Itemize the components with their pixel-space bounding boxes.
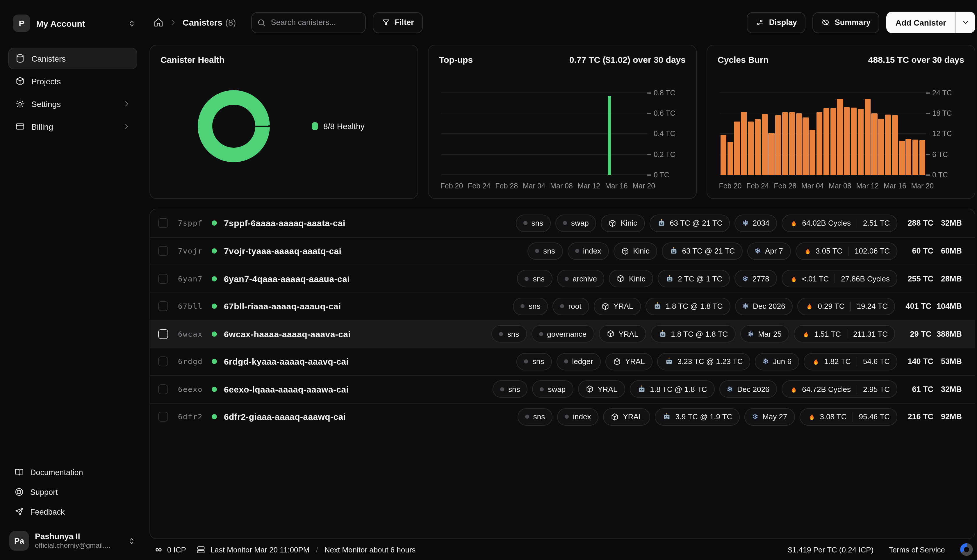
- project-pill[interactable]: YRAL: [599, 325, 646, 343]
- canister-id[interactable]: 7sppf-6aaaa-aaaaq-aaata-cai: [224, 218, 345, 228]
- freeze-pill[interactable]: ❄Dec 2026: [719, 381, 777, 398]
- canister-id[interactable]: 7vojr-tyaaa-aaaaq-aaatq-cai: [224, 246, 341, 256]
- project-pill[interactable]: Kinic: [609, 270, 653, 288]
- bar-feb-25[interactable]: [762, 114, 767, 175]
- tag-pill-index[interactable]: index: [567, 242, 609, 260]
- row-checkbox[interactable]: [158, 274, 168, 284]
- topup-rule-pill[interactable]: 63 TC @ 21 TC: [662, 242, 743, 260]
- burn-pill[interactable]: 1.51 TC211.31 TC: [794, 325, 895, 343]
- topup-rule-pill[interactable]: 1.8 TC @ 1.8 TC: [630, 381, 714, 398]
- bar-mar-12[interactable]: [864, 99, 870, 175]
- tag-pill-sns[interactable]: sns: [493, 381, 527, 398]
- project-pill[interactable]: YRAL: [603, 408, 650, 426]
- bar-mar-20[interactable]: [919, 140, 925, 175]
- tag-pill-swap[interactable]: swap: [555, 215, 596, 232]
- canister-id[interactable]: 67bll-riaaa-aaaaq-aaauq-cai: [224, 302, 341, 312]
- bar-mar-19[interactable]: [912, 140, 918, 175]
- tag-pill-sns[interactable]: sns: [528, 242, 563, 260]
- cycleops-logo[interactable]: [960, 543, 973, 556]
- topup-rule-pill[interactable]: 3.9 TC @ 1.9 TC: [655, 408, 740, 426]
- bar-feb-23[interactable]: [748, 121, 754, 175]
- freeze-pill[interactable]: ❄Dec 2026: [735, 298, 793, 315]
- terms-link[interactable]: Terms of Service: [889, 545, 945, 554]
- bar-mar-11[interactable]: [858, 109, 864, 175]
- sidebar-item-settings[interactable]: Settings: [8, 93, 137, 115]
- project-pill[interactable]: Kinic: [601, 215, 645, 232]
- row-checkbox[interactable]: [158, 329, 168, 339]
- add-canister-dropdown-button[interactable]: [955, 12, 975, 33]
- burn-pill[interactable]: 64.02B Cycles2.51 TC: [782, 215, 897, 232]
- project-pill[interactable]: YRAL: [578, 381, 625, 398]
- row-checkbox[interactable]: [158, 357, 168, 367]
- burn-pill[interactable]: 64.72B Cycles2.95 TC: [782, 381, 897, 398]
- row-checkbox[interactable]: [158, 412, 168, 422]
- burn-pill[interactable]: 3.05 TC102.06 TC: [795, 242, 897, 260]
- bar-mar-10[interactable]: [851, 108, 857, 175]
- burn-pill[interactable]: 3.08 TC95.46 TC: [799, 408, 897, 426]
- tag-pill-governance[interactable]: governance: [531, 325, 594, 343]
- canister-id[interactable]: 6yan7-4qaaa-aaaaq-aaaua-cai: [224, 274, 350, 284]
- sidebar-item-support[interactable]: Support: [8, 483, 137, 501]
- tag-pill-sns[interactable]: sns: [518, 408, 552, 426]
- canister-id[interactable]: 6wcax-haaaa-aaaaq-aaava-cai: [224, 329, 351, 339]
- sidebar-item-projects[interactable]: Projects: [8, 70, 137, 92]
- display-button[interactable]: Display: [747, 12, 806, 33]
- bar-feb-24[interactable]: [755, 119, 761, 175]
- sidebar-item-billing[interactable]: Billing: [8, 116, 137, 137]
- burn-pill[interactable]: <.01 TC27.86B Cycles: [782, 270, 897, 288]
- freeze-pill[interactable]: ❄Mar 25: [740, 325, 789, 343]
- tag-pill-sns[interactable]: sns: [516, 215, 551, 232]
- tag-pill-ledger[interactable]: ledger: [556, 353, 600, 370]
- tag-pill-sns[interactable]: sns: [517, 270, 552, 288]
- bar-feb-21[interactable]: [734, 122, 740, 175]
- bar-mar-07[interactable]: [830, 108, 836, 175]
- topup-rule-pill[interactable]: 2 TC @ 1 TC: [657, 270, 730, 288]
- canister-id[interactable]: 6eexo-lqaaa-aaaaq-aaawa-cai: [224, 384, 348, 394]
- project-pill[interactable]: Kinic: [613, 242, 657, 260]
- tag-pill-swap[interactable]: swap: [532, 381, 574, 398]
- filter-button[interactable]: Filter: [372, 12, 422, 33]
- topup-rule-pill[interactable]: 63 TC @ 21 TC: [649, 215, 730, 232]
- tag-pill-sns[interactable]: sns: [517, 353, 552, 370]
- project-pill[interactable]: YRAL: [605, 353, 652, 370]
- row-checkbox[interactable]: [158, 384, 168, 394]
- tag-pill-archive[interactable]: archive: [557, 270, 605, 288]
- add-canister-button[interactable]: Add Canister: [886, 12, 955, 33]
- tag-pill-root[interactable]: root: [553, 298, 589, 315]
- burn-pill[interactable]: 1.82 TC54.6 TC: [804, 353, 897, 370]
- bar-feb-26[interactable]: [769, 133, 774, 175]
- bar-mar-15[interactable]: [607, 96, 612, 175]
- freeze-pill[interactable]: ❄May 27: [744, 408, 795, 426]
- row-checkbox[interactable]: [158, 246, 168, 256]
- row-checkbox[interactable]: [158, 218, 168, 228]
- bar-mar-03[interactable]: [803, 117, 809, 175]
- freeze-pill[interactable]: ❄Jun 6: [755, 353, 799, 370]
- home-icon[interactable]: [153, 17, 163, 27]
- freeze-pill[interactable]: ❄2034: [735, 215, 777, 232]
- bar-feb-28[interactable]: [782, 112, 788, 175]
- bar-feb-22[interactable]: [741, 112, 747, 175]
- user-menu[interactable]: Pa Pashunya II official.chorniy@gmail...…: [9, 531, 136, 551]
- bar-mar-15[interactable]: [885, 115, 891, 175]
- bar-mar-17[interactable]: [899, 140, 905, 175]
- summary-button[interactable]: Summary: [813, 12, 879, 33]
- topup-rule-pill[interactable]: 1.8 TC @ 1.8 TC: [650, 325, 735, 343]
- topup-rule-pill[interactable]: 3.23 TC @ 1.23 TC: [657, 353, 750, 370]
- canister-id[interactable]: 6rdgd-kyaaa-aaaaq-aaavq-cai: [224, 357, 348, 367]
- bar-mar-04[interactable]: [810, 130, 815, 175]
- bar-mar-13[interactable]: [872, 113, 877, 175]
- bar-mar-01[interactable]: [789, 112, 795, 175]
- bar-mar-16[interactable]: [892, 115, 898, 175]
- project-pill[interactable]: YRAL: [594, 298, 640, 315]
- bar-mar-08[interactable]: [837, 99, 843, 175]
- sidebar-item-canisters[interactable]: Canisters: [8, 48, 137, 69]
- bar-mar-14[interactable]: [878, 118, 884, 175]
- tag-pill-index[interactable]: index: [557, 408, 599, 426]
- topup-rule-pill[interactable]: 1.8 TC @ 1.8 TC: [645, 298, 730, 315]
- bar-feb-27[interactable]: [775, 115, 781, 175]
- burn-pill[interactable]: 0.29 TC19.24 TC: [797, 298, 895, 315]
- account-switcher[interactable]: P My Account: [13, 13, 136, 34]
- bar-mar-18[interactable]: [906, 139, 912, 175]
- sidebar-item-feedback[interactable]: Feedback: [8, 503, 137, 520]
- sidebar-item-documentation[interactable]: Documentation: [8, 463, 137, 481]
